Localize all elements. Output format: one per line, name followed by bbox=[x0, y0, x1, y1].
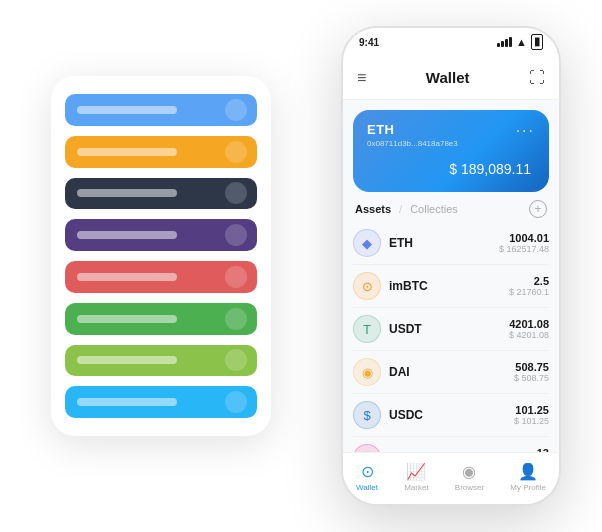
asset-usd-value: $ 162517.48 bbox=[499, 244, 549, 254]
asset-name-usdt: USDT bbox=[389, 322, 509, 336]
asset-icon-dai: ◉ bbox=[353, 358, 381, 386]
tab-assets[interactable]: Assets bbox=[355, 203, 391, 215]
tab-divider: / bbox=[399, 203, 402, 215]
asset-list: ◆ETH1004.01$ 162517.48⊙imBTC2.5$ 21760.1… bbox=[343, 222, 559, 452]
status-bar: 9:41 ▲ ▮ bbox=[343, 28, 559, 56]
expand-icon[interactable]: ⛶ bbox=[529, 69, 545, 87]
add-asset-button[interactable]: + bbox=[529, 200, 547, 218]
phone: 9:41 ▲ ▮ ≡ Wallet ⛶ bbox=[341, 26, 561, 506]
asset-row[interactable]: ◆ETH1004.01$ 162517.48 bbox=[353, 222, 549, 265]
asset-amount-value: 4201.08 bbox=[509, 318, 549, 330]
eth-card[interactable]: ETH 0x08711d3b...8418a78e3 ··· $189,089.… bbox=[353, 110, 549, 192]
asset-icon-eth: ◆ bbox=[353, 229, 381, 257]
battery-icon: ▮ bbox=[531, 34, 543, 49]
asset-icon-usdt: T bbox=[353, 315, 381, 343]
signal-icon bbox=[497, 37, 512, 47]
tab-collecties[interactable]: Collecties bbox=[410, 203, 458, 215]
asset-name-dai: DAI bbox=[389, 365, 514, 379]
eth-label: ETH bbox=[367, 122, 458, 137]
strip-8 bbox=[65, 386, 257, 418]
bg-card bbox=[51, 76, 271, 436]
nav-item-my-profile[interactable]: 👤My Profile bbox=[510, 462, 546, 492]
eth-balance: $189,089.11 bbox=[367, 154, 535, 180]
asset-row[interactable]: $USDC101.25$ 101.25 bbox=[353, 394, 549, 437]
asset-amounts-eth: 1004.01$ 162517.48 bbox=[499, 232, 549, 254]
asset-row[interactable]: TUSDT4201.08$ 4201.08 bbox=[353, 308, 549, 351]
asset-usd-value: $ 101.25 bbox=[514, 416, 549, 426]
asset-amounts-dai: 508.75$ 508.75 bbox=[514, 361, 549, 383]
asset-row[interactable]: ⊙imBTC2.5$ 21760.1 bbox=[353, 265, 549, 308]
nav-icon-market: 📈 bbox=[406, 462, 426, 481]
nav-item-browser[interactable]: ◉Browser bbox=[455, 462, 484, 492]
asset-usd-value: $ 4201.08 bbox=[509, 330, 549, 340]
asset-amount-value: 2.5 bbox=[509, 275, 549, 287]
asset-name-eth: ETH bbox=[389, 236, 499, 250]
status-icons: ▲ ▮ bbox=[497, 34, 543, 49]
asset-usd-value: $ 508.75 bbox=[514, 373, 549, 383]
strip-7 bbox=[65, 345, 257, 377]
scene: 9:41 ▲ ▮ ≡ Wallet ⛶ bbox=[21, 16, 581, 516]
nav-icon-my-profile: 👤 bbox=[518, 462, 538, 481]
asset-amount-value: 1004.01 bbox=[499, 232, 549, 244]
asset-icon-usdc: $ bbox=[353, 401, 381, 429]
strip-3 bbox=[65, 178, 257, 210]
nav-label-browser: Browser bbox=[455, 483, 484, 492]
eth-address: 0x08711d3b...8418a78e3 bbox=[367, 139, 458, 148]
eth-card-info: ETH 0x08711d3b...8418a78e3 bbox=[367, 122, 458, 148]
eth-card-top: ETH 0x08711d3b...8418a78e3 ··· bbox=[367, 122, 535, 148]
asset-name-imbtc: imBTC bbox=[389, 279, 509, 293]
asset-amounts-usdt: 4201.08$ 4201.08 bbox=[509, 318, 549, 340]
header-title: Wallet bbox=[426, 69, 470, 86]
asset-row[interactable]: 🌊TFT130 bbox=[353, 437, 549, 452]
asset-amounts-imbtc: 2.5$ 21760.1 bbox=[509, 275, 549, 297]
asset-amount-value: 101.25 bbox=[514, 404, 549, 416]
strip-1 bbox=[65, 94, 257, 126]
asset-row[interactable]: ◉DAI508.75$ 508.75 bbox=[353, 351, 549, 394]
strip-6 bbox=[65, 303, 257, 335]
balance-value: 189,089.11 bbox=[461, 161, 531, 177]
assets-tabs: Assets / Collecties bbox=[355, 203, 458, 215]
asset-name-usdc: USDC bbox=[389, 408, 514, 422]
eth-dots[interactable]: ··· bbox=[516, 122, 535, 140]
nav-label-my-profile: My Profile bbox=[510, 483, 546, 492]
nav-item-market[interactable]: 📈Market bbox=[404, 462, 428, 492]
asset-amount-value: 508.75 bbox=[514, 361, 549, 373]
asset-icon-imbtc: ⊙ bbox=[353, 272, 381, 300]
strip-4 bbox=[65, 219, 257, 251]
strip-2 bbox=[65, 136, 257, 168]
asset-icon-tft: 🌊 bbox=[353, 444, 381, 452]
balance-symbol: $ bbox=[449, 161, 457, 177]
phone-header: ≡ Wallet ⛶ bbox=[343, 56, 559, 100]
phone-content: ETH 0x08711d3b...8418a78e3 ··· $189,089.… bbox=[343, 100, 559, 452]
assets-header: Assets / Collecties + bbox=[343, 192, 559, 222]
wifi-icon: ▲ bbox=[516, 36, 527, 48]
strip-5 bbox=[65, 261, 257, 293]
status-time: 9:41 bbox=[359, 37, 379, 48]
asset-usd-value: $ 21760.1 bbox=[509, 287, 549, 297]
nav-label-wallet: Wallet bbox=[356, 483, 378, 492]
menu-icon[interactable]: ≡ bbox=[357, 69, 366, 87]
nav-icon-wallet: ⊙ bbox=[361, 462, 374, 481]
nav-label-market: Market bbox=[404, 483, 428, 492]
nav-item-wallet[interactable]: ⊙Wallet bbox=[356, 462, 378, 492]
bottom-nav: ⊙Wallet📈Market◉Browser👤My Profile bbox=[343, 452, 559, 504]
asset-amounts-usdc: 101.25$ 101.25 bbox=[514, 404, 549, 426]
nav-icon-browser: ◉ bbox=[462, 462, 476, 481]
